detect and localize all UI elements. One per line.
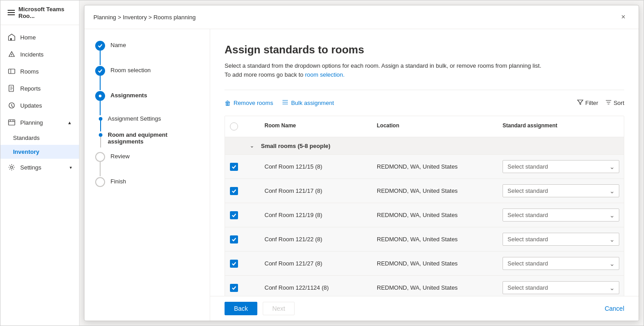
row-2-expand: [243, 188, 261, 194]
sidebar-nav: Home Incidents: [0, 25, 79, 326]
checkbox-checked[interactable]: [230, 260, 238, 268]
hamburger-icon[interactable]: [8, 10, 15, 15]
settings-icon: [8, 163, 16, 171]
sidebar-item-updates[interactable]: Updates: [0, 97, 79, 114]
th-location: Location: [373, 120, 499, 133]
step-room-equipment-label: Room and equipment assignments: [108, 131, 199, 145]
row-1-location: REDMOND, WA, United States: [373, 161, 499, 173]
bulk-assignment-button[interactable]: Bulk assignment: [282, 97, 334, 109]
standard-select-6[interactable]: Select standard: [503, 281, 619, 294]
back-button[interactable]: Back: [225, 302, 257, 315]
sidebar-item-incidents[interactable]: Incidents: [0, 46, 79, 63]
row-4-standard: Select standard: [499, 230, 624, 248]
modal-footer: Back Next Cancel: [210, 296, 639, 321]
sidebar-item-home-label: Home: [20, 34, 36, 41]
checkbox-checked[interactable]: [230, 284, 238, 292]
row-5-checkbox[interactable]: [225, 257, 243, 270]
step-finish-label: Finish: [110, 176, 126, 196]
sidebar-item-inventory[interactable]: Inventory: [0, 145, 79, 159]
row-1-checkbox[interactable]: [225, 160, 243, 174]
row-1-expand: [243, 164, 261, 170]
table-row: Conf Room 121/22 (8) REDMOND, WA, United…: [225, 227, 624, 252]
standard-select-4[interactable]: Select standard: [503, 233, 619, 246]
modal-body: Name Room selection: [84, 29, 639, 321]
row-3-expand: [243, 213, 261, 218]
content-panel: Assign standards to rooms Select a stand…: [210, 29, 639, 321]
next-button[interactable]: Next: [263, 302, 295, 315]
svg-rect-0: [10, 38, 12, 40]
sidebar-item-reports-label: Reports: [20, 85, 41, 92]
sidebar-item-home[interactable]: Home: [0, 29, 79, 46]
sidebar-item-rooms[interactable]: Rooms: [0, 63, 79, 80]
row-2-standard: Select standard: [499, 182, 624, 200]
step-finish-dot: [95, 177, 105, 187]
sidebar-item-standards[interactable]: Standards: [0, 131, 79, 145]
step-name-dot: [95, 41, 105, 51]
th-checkbox: [225, 120, 243, 133]
standard-select-3[interactable]: Select standard: [503, 209, 619, 222]
th-expand: [243, 120, 261, 133]
svg-point-14: [99, 95, 101, 97]
sort-icon: [605, 99, 612, 107]
table-row: Conf Room 122/1124 (8) REDMOND, WA, Unit…: [225, 276, 624, 296]
checkbox-checked[interactable]: [230, 211, 238, 219]
row-2-checkbox[interactable]: [225, 184, 243, 198]
stepper-panel: Name Room selection: [84, 29, 210, 321]
standard-select-wrapper-3: Select standard: [503, 209, 619, 222]
svg-point-2: [11, 56, 12, 57]
step-name: Name: [95, 40, 199, 65]
standard-select-1[interactable]: Select standard: [503, 160, 619, 173]
sidebar-item-updates-label: Updates: [20, 102, 42, 109]
toolbar-right: Filter: [577, 99, 624, 107]
standard-select-5[interactable]: Select standard: [503, 257, 619, 270]
main-area: Planning > Inventory > Rooms planning ×: [79, 0, 644, 326]
row-6-checkbox[interactable]: [225, 281, 243, 295]
sort-button[interactable]: Sort: [605, 99, 624, 107]
collapse-small-group-button[interactable]: ⌄: [243, 141, 261, 151]
step-assignments-dot: [95, 91, 105, 101]
row-1-name: Conf Room 121/15 (8): [261, 161, 373, 173]
table-header: Room Name Location Standard assignment: [225, 116, 624, 137]
step-room-selection-label: Room selection: [110, 65, 151, 84]
close-button[interactable]: ×: [617, 11, 630, 23]
row-2-location: REDMOND, WA, United States: [373, 185, 499, 197]
sidebar-settings-label: Settings: [20, 164, 41, 171]
settings-chevron-icon: ▾: [70, 165, 72, 170]
remove-rooms-button[interactable]: 🗑 Remove rooms: [225, 98, 273, 109]
row-4-location: REDMOND, WA, United States: [373, 233, 499, 245]
toolbar: 🗑 Remove rooms: [225, 97, 624, 109]
step-finish: Finish: [95, 176, 199, 196]
row-5-name: Conf Room 121/27 (8): [261, 257, 373, 269]
sidebar-item-incidents-label: Incidents: [20, 51, 44, 58]
standard-select-wrapper-6: Select standard: [503, 281, 619, 294]
sidebar-item-rooms-label: Rooms: [20, 68, 39, 75]
home-icon: [8, 33, 16, 41]
row-6-standard: Select standard: [499, 278, 624, 296]
rooms-icon: [8, 67, 16, 75]
standard-select-2[interactable]: Select standard: [503, 184, 619, 197]
room-selection-link[interactable]: room selection.: [305, 71, 344, 78]
divider: [225, 90, 624, 90]
row-6-name: Conf Room 122/1124 (8): [261, 282, 373, 294]
sidebar-item-reports[interactable]: Reports: [0, 80, 79, 97]
cancel-button[interactable]: Cancel: [604, 302, 624, 315]
standard-select-wrapper-1: Select standard: [503, 160, 619, 173]
row-3-location: REDMOND, WA, United States: [373, 209, 499, 221]
row-4-checkbox[interactable]: [225, 233, 243, 246]
filter-button[interactable]: Filter: [577, 99, 598, 107]
checkbox-checked[interactable]: [230, 163, 238, 171]
group-small-rooms: ⌄ Small rooms (5-8 people): [225, 137, 624, 155]
row-3-checkbox[interactable]: [225, 209, 243, 222]
modal-header: Planning > Inventory > Rooms planning ×: [84, 5, 639, 29]
row-3-name: Conf Room 121/19 (8): [261, 209, 373, 221]
checkbox-checked[interactable]: [230, 235, 238, 243]
header-checkbox[interactable]: [230, 122, 238, 130]
step-assignments: Assignments: [95, 90, 199, 115]
row-6-expand: [243, 285, 261, 291]
sidebar-item-settings[interactable]: Settings ▾: [0, 159, 79, 176]
reports-icon: [8, 84, 16, 92]
alert-icon: [8, 50, 16, 58]
table-row: Conf Room 121/15 (8) REDMOND, WA, United…: [225, 155, 624, 179]
sidebar-item-planning[interactable]: Planning ▲: [0, 114, 79, 131]
checkbox-checked[interactable]: [230, 187, 238, 195]
